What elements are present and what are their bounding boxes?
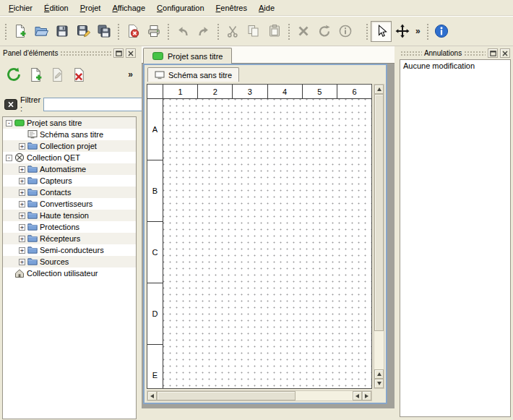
v-scroll-track[interactable]: [374, 331, 384, 369]
undo-button[interactable]: [172, 21, 193, 42]
redo-button[interactable]: [193, 21, 214, 42]
close-button[interactable]: [126, 48, 136, 58]
save-button[interactable]: [51, 21, 72, 42]
v-scroll-down-button[interactable]: [374, 379, 384, 388]
menu-configuration[interactable]: Configuration: [151, 1, 210, 14]
save-all-icon: [97, 24, 111, 38]
toolbar-grip[interactable]: [166, 22, 170, 40]
menu-aide[interactable]: Aide: [253, 1, 280, 14]
new-element-button[interactable]: [25, 63, 46, 86]
edit-element-button[interactable]: [46, 63, 68, 86]
expander-icon[interactable]: +: [19, 166, 25, 173]
menu-fichier[interactable]: Fichier: [3, 1, 38, 14]
tree-item-label: Sources: [40, 257, 69, 266]
undo-dock-titlebar[interactable]: Annulations: [399, 48, 512, 59]
h-scroll-left-button-2[interactable]: [353, 391, 362, 400]
clear-filter-button[interactable]: [4, 99, 17, 110]
mdi-workspace: Schéma sans titre 1 2 3 4 5 6: [142, 64, 395, 408]
tree-item-collection-projet[interactable]: +Collection projet: [3, 140, 136, 152]
expander-icon[interactable]: +: [19, 189, 25, 196]
tree-item-collection-utilisateur[interactable]: Collection utilisateur: [3, 267, 136, 279]
tree-item-schema[interactable]: Schéma sans titre: [3, 129, 136, 140]
toolbar-grip[interactable]: [287, 22, 290, 40]
column-label: 1: [163, 85, 198, 99]
toolbar-grip[interactable]: [116, 22, 120, 40]
paste-button[interactable]: [264, 21, 285, 42]
refresh-icon: [6, 67, 22, 82]
tree-item-convertisseurs[interactable]: +Convertisseurs: [3, 198, 136, 210]
panel-overflow-button[interactable]: »: [125, 69, 136, 80]
tree-item-contacts[interactable]: +Contacts: [3, 187, 136, 198]
expander-icon[interactable]: +: [19, 178, 25, 184]
new-file-button[interactable]: [9, 21, 30, 42]
expander-icon[interactable]: +: [19, 259, 25, 265]
elements-panel-titlebar[interactable]: Panel d'éléments: [1, 48, 137, 59]
save-as-button[interactable]: [72, 21, 93, 42]
diagram-canvas[interactable]: 1 2 3 4 5 6 A B C D: [147, 84, 372, 389]
filter-input[interactable]: [43, 98, 150, 111]
toolbar-grip[interactable]: [365, 22, 368, 40]
open-file-button[interactable]: [30, 21, 51, 42]
element-info-button[interactable]: [335, 21, 355, 42]
float-button[interactable]: [113, 48, 124, 58]
tree-item-sources[interactable]: +Sources: [3, 256, 136, 267]
save-all-button[interactable]: [93, 21, 114, 42]
h-scroll-thumb[interactable]: [157, 391, 296, 400]
float-button[interactable]: [488, 48, 498, 58]
tree-item-collection-qet[interactable]: -Collection QET: [3, 152, 136, 163]
toolbar-grip[interactable]: [216, 22, 220, 40]
reload-collections-button[interactable]: [3, 63, 25, 86]
v-scroll-thumb[interactable]: [374, 94, 384, 331]
menu-affichage[interactable]: Affichage: [106, 1, 151, 14]
expander-icon[interactable]: +: [19, 247, 25, 254]
move-tool-button[interactable]: [392, 21, 413, 42]
close-button[interactable]: [500, 48, 510, 58]
expander-icon[interactable]: -: [6, 120, 12, 127]
about-button[interactable]: [431, 21, 452, 42]
diagram-grid[interactable]: [163, 99, 371, 388]
horizontal-scrollbar[interactable]: [147, 390, 372, 401]
expander-icon[interactable]: +: [19, 224, 25, 231]
menu-projet[interactable]: Projet: [74, 1, 107, 14]
delete-element-button[interactable]: [68, 63, 90, 86]
expander-icon[interactable]: +: [19, 143, 25, 150]
tree-item-label: Contacts: [40, 188, 71, 197]
tree-item-project[interactable]: -Projet sans titre: [3, 117, 136, 129]
cut-button[interactable]: [222, 21, 243, 42]
tree-item-automatisme[interactable]: +Automatisme: [3, 163, 136, 175]
mdi-area: Projet sans titre Schéma sans titre 1: [142, 46, 395, 410]
h-scroll-left-button[interactable]: [147, 391, 157, 400]
tree-item-recepteurs[interactable]: +Récepteurs: [3, 233, 136, 244]
tree-item-label: Récepteurs: [40, 234, 80, 243]
menu-edition[interactable]: Édition: [38, 1, 74, 14]
tree-item-protections[interactable]: +Protections: [3, 221, 136, 233]
toolbar-overflow-button[interactable]: »: [413, 26, 423, 36]
tree-item-capteurs[interactable]: +Capteurs: [3, 175, 136, 187]
expander-icon[interactable]: +: [19, 201, 25, 207]
vertical-scrollbar[interactable]: [374, 84, 384, 389]
copy-button[interactable]: [243, 21, 264, 42]
undo-history-list[interactable]: Aucune modification: [400, 59, 511, 417]
toolbar-grip[interactable]: [426, 22, 429, 40]
schema-tab[interactable]: Schéma sans titre: [147, 67, 239, 82]
select-tool-button[interactable]: [371, 21, 392, 42]
toolbar-grip[interactable]: [4, 22, 7, 40]
down-arrow-icon: [377, 382, 381, 385]
tree-item-label: Collection QET: [27, 153, 80, 162]
project-tab[interactable]: Projet sans titre: [143, 48, 232, 64]
rotate-button[interactable]: [314, 21, 335, 42]
row-label: E: [147, 345, 163, 389]
close-file-button[interactable]: [122, 21, 143, 42]
tree-item-semi-conducteurs[interactable]: +Semi-conducteurs: [3, 244, 136, 256]
expander-icon[interactable]: +: [19, 213, 25, 219]
delete-button[interactable]: [293, 21, 314, 42]
print-button[interactable]: [143, 21, 164, 42]
h-scroll-track[interactable]: [296, 391, 353, 400]
expander-icon[interactable]: -: [6, 155, 12, 161]
expander-icon[interactable]: +: [19, 236, 25, 242]
v-scroll-up-button-2[interactable]: [374, 369, 384, 379]
menu-fenetres[interactable]: Fenêtres: [210, 1, 253, 14]
tree-item-haute-tension[interactable]: +Haute tension: [3, 210, 136, 221]
h-scroll-right-button[interactable]: [362, 391, 371, 400]
v-scroll-up-button[interactable]: [374, 85, 384, 94]
